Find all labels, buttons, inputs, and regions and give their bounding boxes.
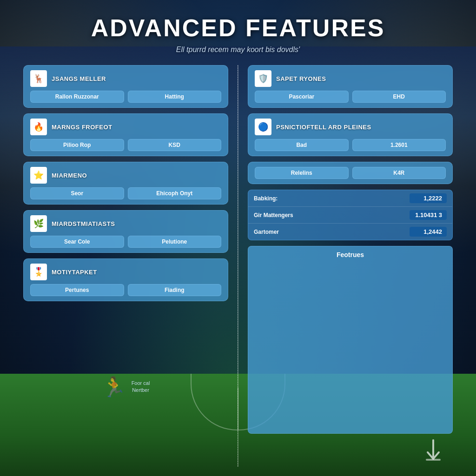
card1-field2: Hatting <box>128 91 222 103</box>
left-card-3: ⭐ MIARMENO Seor Ehicoph Onyt <box>23 162 228 205</box>
rcardb-field1: Bad <box>255 139 349 151</box>
left-card-5: 🎖️ MOTIYTAPKET Pertunes Fiading <box>23 258 228 301</box>
stats-label-2: Gartomer <box>254 229 410 235</box>
stats-row-0: Babking: 1,2222 <box>248 190 452 207</box>
card3-header: ⭐ MIARMENO <box>30 167 221 184</box>
bottom-caption: Foor cal Nertber <box>132 380 150 394</box>
rcarda-field2: EHD <box>352 91 446 103</box>
card1-logo: 🦌 <box>30 70 47 87</box>
left-card-1: 🦌 JSANGS MELLER Rallon Ruzzonar Hatting <box>23 65 228 108</box>
card3-field1: Seor <box>30 187 124 199</box>
right-card-a: 🛡️ SAPET RYONES Pascoriar EHD <box>248 65 453 108</box>
card4-field2: Pelutione <box>128 236 222 248</box>
card1-field1: Rallon Ruzzonar <box>30 91 124 103</box>
card5-header: 🎖️ MOTIYTAPKET <box>30 264 221 280</box>
rcardb-logo: 🔵 <box>255 119 271 135</box>
card3-field2: Ehicoph Onyt <box>128 187 222 199</box>
rcarda-title: SAPET RYONES <box>276 75 326 82</box>
stats-label-1: Gir Mattengers <box>254 212 410 218</box>
card2-fields: Pilioo Rop KSD <box>30 139 221 151</box>
card2-title: MARNGS FROFEOT <box>52 124 112 131</box>
card4-title: MIARDSTMIATIASTS <box>52 220 115 227</box>
rcarda-fields: Pascoriar EHD <box>255 91 446 103</box>
stats-row-2: Gartomer 1,2442 <box>248 224 452 240</box>
arrow-down-icon <box>423 439 443 467</box>
rcardc-fields: Relelins K4R <box>255 167 446 179</box>
right-column: 🛡️ SAPET RYONES Pascoriar EHD 🔵 PSNICTIO… <box>243 65 457 467</box>
card3-title: MIARMENO <box>52 172 87 179</box>
stats-label-0: Babking: <box>254 195 410 202</box>
stats-value-0: 1,2222 <box>410 193 447 203</box>
card1-fields: Rallon Ruzzonar Hatting <box>30 91 221 103</box>
main-content: ADVANCED FEATURES Ell tpurrd recem may k… <box>0 0 476 476</box>
stats-value-1: 1.10431 3 <box>410 210 447 220</box>
card4-header: 🌿 MIARDSTMIATIASTS <box>30 215 221 232</box>
rcardc-field1: Relelins <box>255 167 349 179</box>
svg-rect-0 <box>426 459 441 461</box>
left-card-4: 🌿 MIARDSTMIATIASTS Sear Cole Pelutione <box>23 210 228 253</box>
card3-logo: ⭐ <box>30 167 47 184</box>
stats-value-2: 1,2442 <box>410 227 447 237</box>
card5-field1: Pertunes <box>30 284 124 296</box>
soccer-player-icon: 🏃 <box>102 376 126 398</box>
left-column: 🦌 JSANGS MELLER Rallon Ruzzonar Hatting … <box>19 65 233 467</box>
right-card-c: Relelins K4R <box>248 162 453 184</box>
card5-title: MOTIYTAPKET <box>52 269 97 276</box>
column-divider <box>238 65 238 467</box>
rcarda-header: 🛡️ SAPET RYONES <box>255 70 446 87</box>
stats-row-1: Gir Mattengers 1.10431 3 <box>248 207 452 224</box>
rcardc-field2: K4R <box>352 167 446 179</box>
rcardb-header: 🔵 PSNICTIOFTELL ARD PLEINES <box>255 119 446 135</box>
rcardb-fields: Bad 1.2601 <box>255 139 446 151</box>
bottom-arrow-area <box>248 439 453 467</box>
page-subtitle: Ell tpurrd recem may koort bis dovdls' <box>176 46 300 54</box>
bottom-icons-left: 🏃 Foor cal Nertber <box>23 307 228 467</box>
card2-field1: Pilioo Rop <box>30 139 124 151</box>
card2-header: 🔥 MARNGS FROFEOT <box>30 119 221 135</box>
features-button[interactable]: Feotrues <box>248 246 453 434</box>
two-column-layout: 🦌 JSANGS MELLER Rallon Ruzzonar Hatting … <box>19 65 457 467</box>
rcarda-field1: Pascoriar <box>255 91 349 103</box>
card2-field2: KSD <box>128 139 222 151</box>
card2-logo: 🔥 <box>30 119 47 135</box>
right-card-b: 🔵 PSNICTIOFTELL ARD PLEINES Bad 1.2601 <box>248 113 453 156</box>
stats-card: Babking: 1,2222 Gir Mattengers 1.10431 3… <box>248 190 453 240</box>
card5-fields: Pertunes Fiading <box>30 284 221 296</box>
rcarda-logo: 🛡️ <box>255 70 271 87</box>
page-title: ADVANCED FEATURES <box>91 14 385 42</box>
icon-caption-text: Foor cal Nertber <box>132 380 150 394</box>
card4-field1: Sear Cole <box>30 236 124 248</box>
rcardb-title: PSNICTIOFTELL ARD PLEINES <box>276 124 371 131</box>
left-card-2: 🔥 MARNGS FROFEOT Pilioo Rop KSD <box>23 113 228 156</box>
card1-title: JSANGS MELLER <box>52 75 106 82</box>
card1-header: 🦌 JSANGS MELLER <box>30 70 221 87</box>
card4-logo: 🌿 <box>30 215 47 232</box>
card5-logo: 🎖️ <box>30 264 47 280</box>
card5-field2: Fiading <box>128 284 222 296</box>
card4-fields: Sear Cole Pelutione <box>30 236 221 248</box>
rcardb-field2: 1.2601 <box>352 139 446 151</box>
card3-fields: Seor Ehicoph Onyt <box>30 187 221 199</box>
